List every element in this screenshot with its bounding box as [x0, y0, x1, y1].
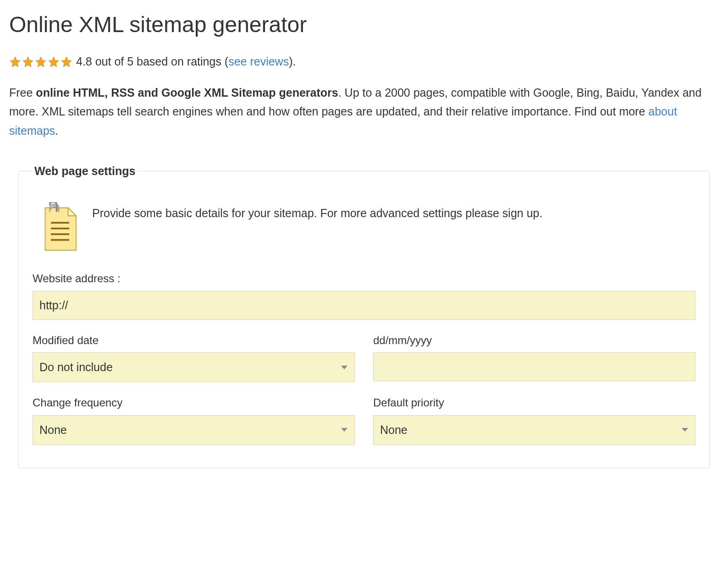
page-title: Online XML sitemap generator	[9, 9, 719, 40]
web-page-settings-fieldset: Web page settings Provide some basic det…	[18, 163, 710, 468]
rating-text: 4.8 out of 5 based on ratings (see revie…	[76, 54, 296, 70]
intro-text: Provide some basic details for your site…	[92, 202, 542, 222]
default-priority-label: Default priority	[373, 395, 695, 411]
description-text: Free online HTML, RSS and Google XML Sit…	[9, 83, 719, 140]
star-rating	[9, 56, 72, 68]
see-reviews-link[interactable]: see reviews	[228, 55, 289, 68]
website-address-input[interactable]	[33, 291, 695, 320]
modified-date-select[interactable]: Do not include	[33, 352, 355, 382]
change-frequency-select[interactable]: None	[33, 415, 355, 445]
rating-row: 4.8 out of 5 based on ratings (see revie…	[9, 54, 719, 70]
star-icon	[22, 56, 34, 68]
website-address-label: Website address :	[33, 271, 695, 286]
document-icon	[37, 202, 83, 252]
date-format-label: dd/mm/yyyy	[373, 333, 695, 348]
star-icon	[35, 56, 47, 68]
change-frequency-label: Change frequency	[33, 395, 355, 411]
date-input[interactable]	[373, 352, 695, 381]
star-icon	[48, 56, 60, 68]
star-icon	[9, 56, 21, 68]
star-icon	[61, 56, 72, 68]
modified-date-label: Modified date	[33, 333, 355, 348]
fieldset-legend: Web page settings	[33, 163, 137, 179]
default-priority-select[interactable]: None	[373, 415, 695, 445]
